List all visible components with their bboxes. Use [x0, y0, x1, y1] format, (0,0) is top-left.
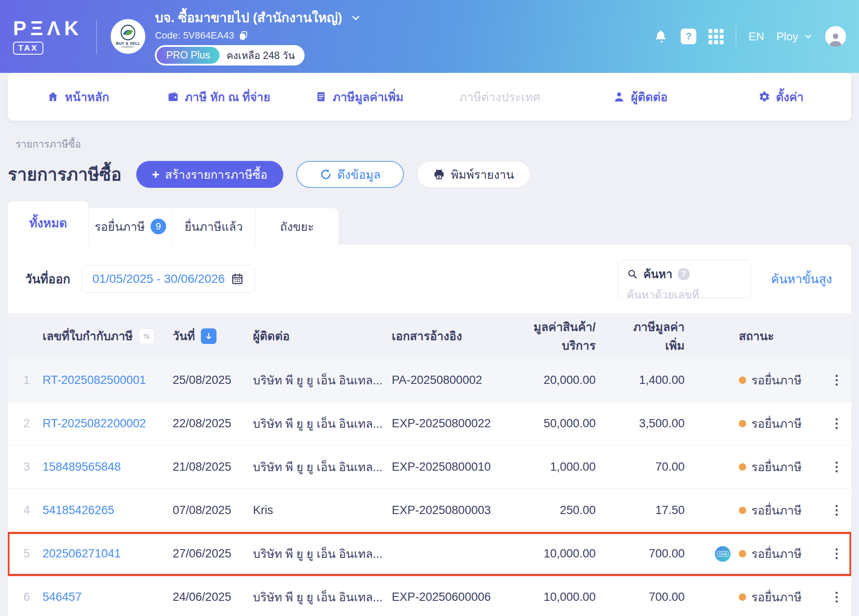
user-menu[interactable]: Ploy	[776, 30, 813, 43]
row-date: 07/08/2025	[173, 504, 253, 517]
col-reference: เอกสารอ้างอิง	[392, 327, 515, 345]
company-logo[interactable]: BUY & SELL COMPANY	[111, 19, 145, 54]
row-contact: บริษัท พี ยู ยู เอ็น อินเทล...	[253, 544, 392, 563]
row-contact: บริษัท พี ยู ยู เอ็น อินเทล...	[253, 458, 392, 476]
apps-grid-icon[interactable]	[708, 29, 724, 44]
col-value: มูลค่าสินค้า/บริการ	[515, 318, 617, 355]
peak-tax-chip-icon: TAX	[715, 546, 731, 562]
sort-both-icon[interactable]	[139, 328, 154, 344]
invoice-link[interactable]: 54185426265	[43, 504, 114, 517]
row-number: 1	[8, 374, 43, 387]
col-status: สถานะ	[739, 327, 819, 345]
table-header: เลขที่ใบกำกับภาษี วันที่ ผู้ติดต่อ เอกสา…	[8, 313, 851, 359]
company-code-label: Code: 5V864EA43	[155, 30, 234, 41]
tab-pending-filing[interactable]: รอยื่นภาษี 9	[89, 208, 172, 245]
advanced-search-link[interactable]: ค้นหาขั้นสูง	[771, 269, 832, 288]
status-dot-icon	[739, 593, 746, 601]
row-date: 24/06/2025	[173, 590, 253, 604]
table-row: 4 54185426265 07/08/2025 Kris EXP-202508…	[8, 489, 851, 532]
peak-logo[interactable]: PΞΛK TAX	[13, 18, 82, 55]
status-badge: รอยื่นภาษี	[739, 414, 819, 433]
language-switcher[interactable]: EN	[748, 30, 764, 43]
row-menu-kebab-icon[interactable]	[822, 372, 851, 388]
issue-date-label: วันที่ออก	[25, 269, 70, 288]
company-logo-text: BUY & SELL	[116, 41, 140, 46]
notification-bell-icon[interactable]	[655, 29, 669, 43]
status-badge: รอยื่นภาษี	[739, 544, 819, 563]
table-row-highlighted: 5 202506271041 27/06/2025 บริษัท พี ยู ย…	[8, 532, 851, 576]
col-vat: ภาษีมูลค่าเพิ่ม	[617, 318, 711, 355]
row-date: 27/06/2025	[173, 547, 253, 560]
printer-icon	[433, 168, 445, 180]
company-logo-subtext: COMPANY	[122, 46, 134, 48]
row-date: 21/08/2025	[173, 460, 253, 474]
handshake-logo-icon	[119, 25, 137, 41]
row-vat: 700.00	[617, 590, 711, 604]
table-row: 3 158489565848 21/08/2025 บริษัท พี ยู ย…	[8, 446, 851, 489]
plus-icon: +	[152, 168, 160, 181]
status-badge: รอยื่นภาษี	[739, 371, 819, 390]
row-menu-kebab-icon[interactable]	[822, 502, 851, 518]
avatar[interactable]	[825, 26, 846, 47]
nav-item-contacts[interactable]: ผู้ติดต่อ	[570, 88, 711, 106]
nav-item-home[interactable]: หน้าหลัก	[8, 88, 148, 106]
invoice-link[interactable]: 202506271041	[43, 547, 121, 560]
company-switcher[interactable]: บจ. ซื้อมาขายไป (สำนักงานใหญ่)	[155, 7, 361, 28]
nav-item-withholding-tax[interactable]: ภาษี หัก ณ ที่จ่าย	[148, 88, 289, 106]
tab-filed[interactable]: ยื่นภาษีแล้ว	[172, 208, 255, 245]
row-vat: 70.00	[617, 460, 711, 474]
row-value: 250.00	[515, 504, 617, 517]
status-dot-icon	[739, 550, 746, 557]
calendar-icon	[231, 272, 244, 285]
row-reference: EXP-20250800022	[392, 417, 515, 430]
table-row: 1 RT-2025082500001 25/08/2025 บริษัท พี …	[8, 359, 851, 402]
tab-trash[interactable]: ถังขยะ	[255, 208, 338, 245]
row-menu-kebab-icon[interactable]	[822, 589, 851, 605]
table-row: 2 RT-2025082200002 22/08/2025 บริษัท พี …	[8, 402, 851, 446]
plan-badge: PRO Plus	[157, 47, 220, 64]
status-badge: รอยื่นภาษี	[739, 458, 819, 476]
row-value: 50,000.00	[515, 417, 617, 430]
nav-item-settings[interactable]: ตั้งค่า	[711, 88, 851, 106]
search-help-icon[interactable]: ?	[678, 268, 690, 280]
fetch-data-button[interactable]: ดึงข้อมูล	[296, 161, 404, 188]
row-date: 22/08/2025	[173, 417, 253, 430]
company-info: บจ. ซื้อมาขายไป (สำนักงานใหญ่) Code: 5V8…	[155, 7, 361, 66]
invoice-link[interactable]: RT-2025082500001	[43, 374, 146, 387]
status-badge: รอยื่นภาษี	[739, 501, 819, 520]
invoice-link[interactable]: RT-2025082200002	[43, 417, 146, 430]
row-menu-kebab-icon[interactable]	[822, 459, 851, 475]
row-number: 3	[8, 460, 43, 474]
search-label: ค้นหา	[643, 265, 672, 283]
copy-icon[interactable]	[238, 30, 249, 41]
row-vat: 700.00	[617, 547, 711, 560]
nav-item-vat[interactable]: ภาษีมูลค่าเพิ่ม	[289, 88, 430, 106]
create-purchase-tax-button[interactable]: + สร้างรายการภาษีซื้อ	[136, 161, 283, 188]
chevron-down-icon	[803, 32, 813, 41]
date-range-input[interactable]: 01/05/2025 - 30/06/2026	[82, 265, 255, 293]
row-menu-kebab-icon[interactable]	[822, 416, 851, 432]
row-value: 1,000.00	[515, 460, 617, 474]
plan-pill[interactable]: PRO Plus คงเหลือ 248 วัน	[155, 45, 304, 66]
invoice-link[interactable]: 546457	[43, 590, 82, 603]
row-vat: 1,400.00	[617, 374, 711, 387]
row-menu-kebab-icon[interactable]	[822, 546, 851, 562]
row-contact: บริษัท พี ยู ยู เอ็น อินเทล...	[253, 371, 392, 390]
row-vat: 3,500.00	[617, 417, 711, 430]
row-value: 20,000.00	[515, 374, 617, 387]
row-vat: 17.50	[617, 504, 711, 517]
sort-desc-icon[interactable]	[201, 328, 216, 344]
invoice-link[interactable]: 158489565848	[43, 460, 121, 473]
help-icon[interactable]: ?	[681, 29, 696, 44]
col-contact: ผู้ติดต่อ	[253, 327, 392, 345]
row-contact: บริษัท พี ยู ยู เอ็น อินเทล...	[253, 414, 392, 433]
peak-logo-text: PΞΛK	[13, 18, 82, 38]
row-reference: EXP-20250600006	[392, 590, 515, 604]
table-row: 6 546457 24/06/2025 บริษัท พี ยู ยู เอ็น…	[8, 576, 851, 616]
home-icon	[47, 91, 59, 103]
search-input[interactable]: ค้นหา ? ค้นหาด้วยเลขที่	[618, 260, 751, 298]
print-report-button[interactable]: พิมพ์รายงาน	[417, 161, 530, 188]
row-reference: EXP-20250800003	[392, 504, 515, 517]
row-contact: บริษัท พี ยู ยู เอ็น อินเทล...	[253, 588, 392, 606]
tab-all[interactable]: ทั้งหมด	[8, 201, 89, 245]
